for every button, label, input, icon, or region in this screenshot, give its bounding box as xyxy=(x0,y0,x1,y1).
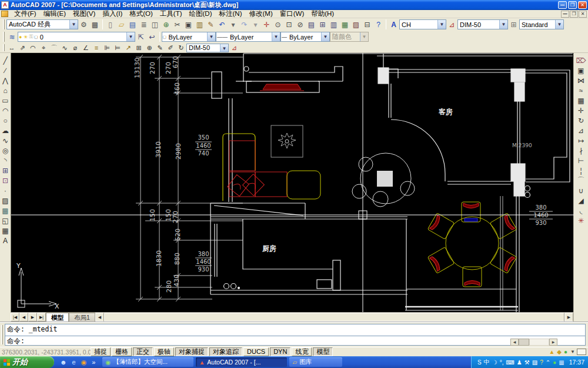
sheet-set-manager-icon[interactable]: ▦ xyxy=(339,19,350,30)
move-icon[interactable]: ✛ xyxy=(576,105,586,115)
spline-icon[interactable]: ∿ xyxy=(0,135,11,145)
dim-continue-icon[interactable]: ⊨ xyxy=(112,44,123,52)
make-block-icon[interactable]: ⊡ xyxy=(0,175,11,185)
undo-list-icon[interactable]: ▾ xyxy=(228,19,239,30)
dim-aligned-icon[interactable]: ⇗ xyxy=(17,44,28,52)
notes-icon[interactable]: ▨ xyxy=(532,359,537,366)
hatch-icon[interactable]: ▨ xyxy=(0,195,11,205)
designcenter-icon[interactable]: ⊞ xyxy=(317,19,328,30)
chevron-down-icon[interactable]: ▼ xyxy=(499,20,507,29)
chevron-down-icon[interactable]: ▼ xyxy=(321,32,329,41)
properties-icon[interactable]: ▤ xyxy=(306,19,317,30)
text-style-combo[interactable]: CH▼ xyxy=(399,19,446,29)
rectangle-icon[interactable]: ▭ xyxy=(0,95,11,105)
construction-line-icon[interactable]: ∕ xyxy=(0,65,11,75)
dimension-edit-icon[interactable]: ✎ xyxy=(155,44,165,52)
mdi-minimize-button[interactable]: — xyxy=(561,11,569,18)
cut-icon[interactable]: ✂ xyxy=(172,19,183,30)
close-button[interactable]: ✕ xyxy=(578,1,587,9)
table-style-icon[interactable]: ⊞ xyxy=(508,19,519,30)
dimension-update-icon[interactable]: ↻ xyxy=(176,44,186,52)
start-button[interactable]: 开始 xyxy=(0,356,54,368)
scroll-right-icon[interactable]: ▶ xyxy=(564,313,573,321)
command-input[interactable]: 命令: xyxy=(5,336,586,346)
chevron-down-icon[interactable]: ▼ xyxy=(437,20,446,29)
menu-item[interactable]: 文件(F) xyxy=(11,10,40,17)
dim-style-combo-2[interactable]: DIM-50▼ xyxy=(186,44,229,52)
ime-keyboard-icon[interactable]: ⌨ xyxy=(506,359,514,366)
dimension-style-icon[interactable]: ⊿ xyxy=(229,44,239,52)
scroll-right-icon[interactable]: ▶ xyxy=(549,339,557,346)
tools-agent-icon[interactable]: ⚒ xyxy=(524,359,530,366)
mdi-close-button[interactable]: ✕ xyxy=(579,11,587,18)
zoom-realtime-icon[interactable]: ⊙ xyxy=(272,19,283,30)
dim-ordinate-icon[interactable]: ⌖ xyxy=(38,44,49,52)
layer-previous-icon[interactable]: ↩ xyxy=(146,32,158,42)
new-icon[interactable]: ▯ xyxy=(105,19,116,30)
open-icon[interactable]: ▱ xyxy=(116,19,127,30)
clean-screen-button[interactable] xyxy=(577,349,586,355)
pan-icon[interactable]: ✛ xyxy=(261,19,272,30)
command-window-grip[interactable] xyxy=(1,325,3,344)
help-agent-icon[interactable]: ? xyxy=(540,359,543,366)
copy-clip-icon[interactable]: ▣ xyxy=(183,19,194,30)
layer-combo[interactable]: ● ☀ ⚿ ■ 0 ▼ xyxy=(18,32,135,42)
menu-item[interactable]: 绘图(D) xyxy=(186,10,216,17)
redo-icon[interactable]: ↷ xyxy=(239,19,250,30)
dim-jogged-icon[interactable]: ∿ xyxy=(59,44,70,52)
break-at-point-icon[interactable]: ¦ xyxy=(576,165,586,175)
markup-set-manager-icon[interactable]: ▨ xyxy=(350,19,362,30)
rotate-icon[interactable]: ↻ xyxy=(576,115,586,125)
zoom-window-icon[interactable]: ⊡ xyxy=(283,19,295,30)
tab-nav-button[interactable]: ▶| xyxy=(37,313,46,321)
menu-item[interactable]: 标注(N) xyxy=(216,10,246,17)
make-object-layer-current-icon[interactable]: ⇱ xyxy=(135,32,146,42)
stretch-icon[interactable]: ↦ xyxy=(576,135,586,145)
plot-preview-icon[interactable]: ◫ xyxy=(149,19,161,30)
table-icon[interactable]: ▦ xyxy=(0,226,11,236)
menu-item[interactable]: 格式(O) xyxy=(126,10,156,17)
dim-diameter-icon[interactable]: ⌀ xyxy=(70,44,81,52)
user-agent-icon[interactable]: ♟ xyxy=(517,359,522,366)
polar-icon[interactable]: 极轴 xyxy=(154,347,174,356)
toolbar-grip[interactable] xyxy=(3,44,5,52)
menu-item[interactable]: 帮助(H) xyxy=(308,10,338,17)
scrollbar-thumb[interactable] xyxy=(104,313,564,321)
mirror-icon[interactable]: ⋈ xyxy=(576,75,586,85)
menu-item[interactable]: 编辑(E) xyxy=(40,10,69,17)
workspace-settings-icon[interactable]: ⚙ xyxy=(78,19,89,30)
quick-dimension-icon[interactable]: ≡ xyxy=(91,44,102,52)
join-icon[interactable]: ∪ xyxy=(576,185,586,195)
coordinate-readout[interactable]: 376300.2031, -243731.3951, 0.0000 xyxy=(2,349,90,356)
command-scrollbar[interactable]: ◀ ▶ xyxy=(510,339,557,346)
dim-arc-length-icon[interactable]: ◠ xyxy=(28,44,38,52)
lineweight-combo[interactable]: — ByLayer ▼ xyxy=(280,32,330,42)
insert-block-icon[interactable]: ⊞ xyxy=(0,165,11,175)
ellipse-arc-icon[interactable]: ◝ xyxy=(0,155,11,165)
toolbar-grip[interactable] xyxy=(3,32,5,42)
menu-item[interactable]: 插入(I) xyxy=(99,10,126,17)
chevron-down-icon[interactable]: ▼ xyxy=(126,32,135,41)
media-player-icon[interactable]: ◉ xyxy=(81,359,87,366)
array-icon[interactable]: ▦ xyxy=(576,95,586,105)
gallery-window[interactable]: ▱ 图库 xyxy=(289,357,342,367)
scroll-left-icon[interactable]: ◀ xyxy=(510,339,519,346)
show-hidden-icon[interactable]: ⌃ xyxy=(546,359,550,366)
break-icon[interactable]: ⌒ xyxy=(576,175,586,185)
help-icon[interactable]: ? xyxy=(373,19,384,30)
dim-style-icon[interactable]: ⊿ xyxy=(446,19,457,30)
model-space-icon[interactable]: 模型 xyxy=(313,347,333,356)
command-history[interactable]: 命令: _mtedit xyxy=(5,324,586,336)
plot-icon[interactable]: ≣ xyxy=(138,19,149,30)
snap-icon[interactable]: 捕捉 xyxy=(91,347,111,356)
zoom-previous-icon[interactable]: ⊘ xyxy=(295,19,306,30)
region-icon[interactable]: ◱ xyxy=(0,216,11,226)
text-style-icon[interactable]: A xyxy=(388,19,399,30)
line-icon[interactable]: ╱ xyxy=(0,55,11,65)
dimension-text-edit-icon[interactable]: ✐ xyxy=(165,44,176,52)
mdi-restore-button[interactable]: ❐ xyxy=(570,11,578,18)
linetype-combo[interactable]: —— ByLayer ▼ xyxy=(216,32,280,42)
tab-model[interactable]: 模型 xyxy=(46,313,69,321)
layer-properties-manager-icon[interactable]: ≋ xyxy=(6,32,18,42)
dim-linear-icon[interactable]: ↔ xyxy=(6,44,17,52)
